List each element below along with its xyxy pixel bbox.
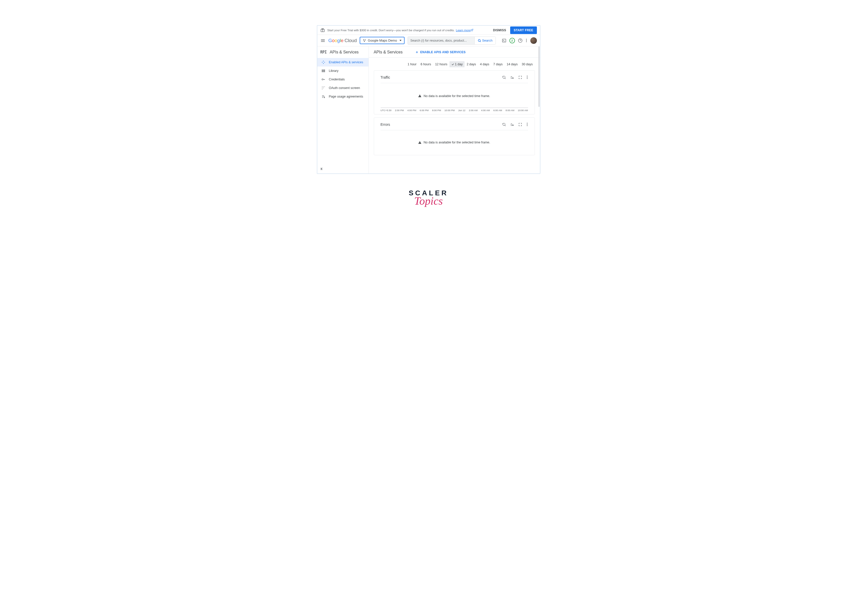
sidebar-item-label: Credentials [329,77,345,81]
sidebar-item-label: Page usage agreements [329,95,363,98]
svg-point-36 [503,123,505,125]
fullscreen-icon[interactable] [518,75,522,79]
project-label: Google Maps Demo [368,39,397,42]
warning-icon [418,141,421,144]
key-icon [322,77,325,81]
sidebar: RPI APIs & Services Enabled APIs & servi… [317,46,369,173]
svg-point-12 [324,62,325,63]
svg-point-29 [324,97,325,98]
menu-icon[interactable] [320,38,325,43]
svg-point-17 [322,79,323,80]
page-usage-icon [322,94,325,99]
axis-tick: 2:00 PM [395,109,404,111]
sidebar-item-oauth[interactable]: OAuth consent screen [317,84,368,92]
svg-line-37 [504,125,505,126]
sidebar-item-label: Enabled APIs & services [329,60,363,64]
errors-card: Errors No data is available [374,118,535,155]
sidebar-item-page-usage[interactable]: Page usage agreements [317,92,368,101]
axis-tick: UTC+5:30 [381,109,392,111]
zoom-reset-icon[interactable] [502,122,506,127]
svg-point-24 [323,88,324,88]
time-range-option[interactable]: 1 day [449,61,465,67]
svg-point-11 [322,62,323,63]
trial-banner: Start your Free Trial with $300 in credi… [317,26,540,35]
time-range-selector: 1 hour6 hours12 hours1 day2 days4 days7 … [374,58,535,70]
oauth-icon [322,86,325,90]
main-header: APIs & Services ENABLE APIS AND SERVICES [369,46,540,58]
help-icon[interactable] [518,38,523,43]
search-bar: Search [408,37,496,45]
card-title: Errors [381,122,390,127]
sidebar-header: RPI APIs & Services [317,46,368,58]
card-more-icon[interactable] [526,75,528,79]
banner-text: Start your Free Trial with $300 in credi… [328,29,473,32]
sidebar-item-label: Library [329,69,339,73]
notifications-badge[interactable]: 2 [509,38,515,43]
svg-line-0 [472,29,473,30]
search-input[interactable] [408,39,474,42]
start-free-button[interactable]: START FREE [510,26,537,34]
svg-rect-15 [323,70,324,72]
search-button[interactable]: Search [474,37,495,44]
time-range-option[interactable]: 6 hours [418,61,433,67]
enable-apis-button[interactable]: ENABLE APIS AND SERVICES [415,50,466,54]
learn-more-link[interactable]: Learn more [456,29,473,32]
svg-point-4 [478,39,480,41]
time-range-option[interactable]: 30 days [520,61,535,67]
svg-point-25 [322,89,322,90]
zoom-reset-icon[interactable] [502,75,506,79]
traffic-card: Traffic No data is available [374,70,535,115]
axis-tick: Jun 12 [458,109,466,111]
axis-tick: 4:00 AM [481,109,490,111]
axis-tick: 2:00 AM [469,109,478,111]
library-icon [322,69,325,73]
svg-point-20 [322,87,322,87]
enabled-apis-icon [322,60,325,64]
time-range-option[interactable]: 1 hour [405,61,418,67]
collapse-icon[interactable] [320,167,324,171]
sidebar-item-library[interactable]: Library [317,67,368,75]
axis-tick: 8:00 AM [506,109,514,111]
svg-point-13 [323,63,324,64]
sidebar-item-label: OAuth consent screen [329,86,360,90]
svg-rect-14 [322,70,323,72]
sidebar-item-enabled-apis[interactable]: Enabled APIs & services [317,58,368,67]
topbar: GoogleCloud Google Maps Demo Search 2 [317,35,540,46]
chart-mode-icon[interactable] [510,122,514,127]
svg-point-3 [364,40,365,42]
project-selector[interactable]: Google Maps Demo [360,37,405,44]
fullscreen-icon[interactable] [518,122,522,127]
google-cloud-logo[interactable]: GoogleCloud [328,38,357,43]
svg-point-22 [324,87,325,87]
time-range-option[interactable]: 4 days [478,61,491,67]
axis-tick: 10:00 AM [518,109,528,111]
axis-tick: 6:00 AM [493,109,502,111]
time-range-option[interactable]: 2 days [464,61,478,67]
card-more-icon[interactable] [526,122,528,127]
dismiss-button[interactable]: DISMISS [491,27,508,34]
app-shell: Start your Free Trial with $300 in credi… [317,25,540,174]
chevron-down-icon [399,40,402,41]
search-icon [478,39,481,42]
svg-line-5 [480,41,481,42]
more-vert-icon[interactable] [526,38,527,43]
time-range-option[interactable]: 7 days [491,61,504,67]
svg-point-10 [323,61,324,62]
external-link-icon [471,29,473,31]
nodata-message: No data is available for the selected ti… [381,132,528,152]
axis-tick: 6:00 PM [420,109,428,111]
chart-mode-icon[interactable] [510,75,514,79]
svg-line-34 [504,78,505,79]
nodata-message: No data is available for the selected ti… [381,85,528,107]
main: APIs & Services ENABLE APIS AND SERVICES… [369,46,540,173]
svg-point-1 [363,39,364,40]
cloud-shell-icon[interactable] [502,38,506,43]
page-title: APIs & Services [374,50,403,54]
sidebar-item-credentials[interactable]: Credentials [317,75,368,84]
svg-rect-16 [324,70,325,72]
time-range-option[interactable]: 14 days [504,61,520,67]
watermark: SCALER Topics [406,189,451,207]
avatar[interactable] [530,37,537,44]
gift-icon [320,28,325,33]
time-range-option[interactable]: 12 hours [433,61,449,67]
